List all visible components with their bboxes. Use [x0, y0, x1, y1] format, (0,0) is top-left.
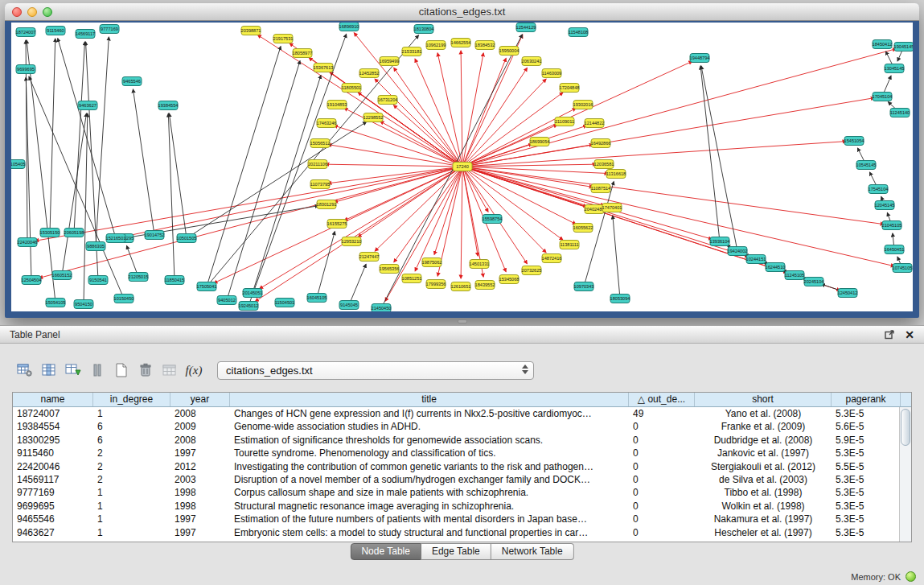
graph-node[interactable]: 18384532 [475, 41, 495, 50]
table-row[interactable]: 946554611997Estimation of the future num… [13, 513, 911, 525]
graph-node[interactable]: 16045105 [307, 294, 327, 303]
graph-node[interactable]: 15216501 [106, 234, 126, 243]
graph-node[interactable]: 18699054 [530, 138, 550, 146]
graph-node[interactable]: 19245012 [239, 302, 259, 311]
graph-node[interactable]: 15451054 [844, 137, 864, 146]
panel-splitter-handle[interactable] [458, 319, 467, 323]
graph-node[interactable]: 11245105 [785, 271, 804, 280]
table-row[interactable]: 977716911998Corpus callosum shape and si… [13, 486, 911, 499]
graph-node[interactable]: 10970343 [574, 282, 594, 291]
graph-node[interactable]: 16896910 [339, 23, 359, 31]
graph-node[interactable]: 21917531 [273, 35, 294, 43]
graph-node[interactable]: 10501505 [177, 234, 197, 243]
graph-node[interactable]: 16731204 [378, 96, 398, 105]
delete-column-icon[interactable] [133, 360, 158, 381]
graph-node[interactable]: 21533181 [402, 47, 422, 56]
graph-node[interactable]: 21205015 [129, 273, 149, 282]
close-button[interactable] [12, 7, 22, 17]
graph-node[interactable]: 20630241 [522, 57, 542, 66]
create-column-icon[interactable] [109, 360, 133, 381]
graph-node[interactable]: 9150541 [88, 276, 108, 285]
graph-node[interactable]: 19424002 [728, 247, 748, 256]
table-row[interactable]: 911546021997Tourette syndrome. Phenomeno… [13, 447, 911, 459]
table-mode-icon[interactable] [13, 360, 37, 381]
function-builder-icon[interactable]: f(x) [182, 360, 206, 381]
zoom-button[interactable] [43, 7, 52, 17]
graph-node[interactable]: 17045104 [873, 93, 893, 101]
graph-node[interactable]: 17545104 [869, 185, 889, 194]
graph-node[interactable]: 12298552 [363, 113, 384, 122]
graph-node[interactable]: 16155275 [327, 220, 347, 229]
graph-node[interactable]: 10962199 [426, 41, 446, 50]
column-visibility-icon[interactable] [37, 360, 61, 381]
graph-node[interactable]: 10150450 [114, 295, 134, 303]
graph-node[interactable]: 15598754 [483, 215, 503, 224]
graph-node[interactable]: 15367613 [314, 64, 334, 72]
graph-node[interactable]: 19302016 [573, 101, 593, 109]
table-row[interactable]: 946362711997Embryonic stem cells: a mode… [13, 526, 911, 539]
graph-node[interactable]: 12045145 [875, 201, 895, 210]
table-selector-dropdown[interactable]: citations_edges.txt [217, 361, 534, 380]
graph-node[interactable]: 12036581 [594, 160, 614, 169]
graph-node[interactable]: 9777169 [100, 25, 119, 34]
graph-node[interactable]: 11316618 [606, 170, 626, 179]
graph-node[interactable]: 15105405 [11, 160, 25, 169]
graph-node[interactable]: 11548108 [569, 28, 588, 37]
graph-node[interactable]: 16450451 [885, 245, 905, 254]
column-header-5[interactable]: short [695, 393, 832, 406]
graph-node[interactable]: 14501331 [470, 260, 490, 269]
graph-node[interactable]: 13045145 [885, 64, 905, 73]
graph-node[interactable]: 19045145 [894, 43, 913, 51]
tab-network-table[interactable]: Network Table [491, 543, 574, 560]
float-panel-icon[interactable] [885, 329, 895, 340]
table-scrollbar[interactable] [899, 407, 911, 542]
graph-node[interactable]: 9465546 [122, 77, 142, 86]
graph-node[interactable]: 12953210 [342, 237, 362, 246]
graph-node[interactable]: 12144822 [585, 119, 605, 128]
graph-node[interactable]: 16244510 [766, 263, 786, 272]
import-table-icon[interactable] [158, 360, 182, 381]
column-header-4[interactable]: △ out_de... [629, 393, 695, 406]
graph-node[interactable]: 18301291 [317, 200, 337, 209]
graph-node[interactable]: 15054105 [46, 299, 66, 307]
graph-node[interactable]: 9405012 [217, 296, 236, 305]
graph-node[interactable]: 13936104 [710, 237, 730, 246]
column-header-2[interactable]: year [170, 393, 230, 406]
graph-node[interactable]: 20398871 [241, 27, 261, 35]
network-canvas[interactable]: 1724012036581110875142040248016055622113… [11, 23, 913, 311]
graph-node[interactable]: 19875062 [422, 258, 442, 267]
graph-node[interactable]: 17204848 [560, 84, 580, 93]
graph-node[interactable]: 15345068 [499, 275, 519, 284]
table-row[interactable]: 1872400712008Changes of HCN gene express… [13, 407, 911, 420]
graph-node[interactable]: 9145045 [339, 301, 359, 310]
graph-node[interactable]: 19014752 [145, 231, 165, 240]
graph-node[interactable]: 14662554 [451, 39, 471, 47]
close-panel-icon[interactable]: ✕ [905, 329, 914, 340]
graph-node[interactable]: 10545145 [856, 161, 877, 170]
graph-node[interactable]: 10244151 [746, 255, 766, 264]
graph-node[interactable]: 12610651 [451, 282, 471, 291]
graph-node[interactable]: 21109011 [555, 117, 574, 126]
graph-node[interactable]: 15950004 [499, 47, 519, 56]
table-row[interactable]: 2242004622012Investigating the contribut… [13, 460, 911, 473]
graph-node[interactable]: 17470401 [602, 204, 622, 212]
graph-node[interactable]: 11245140 [890, 109, 910, 117]
graph-node[interactable]: 20145051 [243, 289, 263, 298]
column-header-6[interactable]: pagerank [832, 393, 901, 406]
graph-node[interactable]: 16055622 [573, 224, 593, 233]
graph-node[interactable]: 21247447 [359, 253, 380, 262]
column-header-0[interactable]: name [13, 393, 93, 406]
tab-node-table[interactable]: Node Table [350, 543, 421, 560]
table-row[interactable]: 1830029562008Estimation of significance … [13, 434, 911, 447]
graph-node[interactable]: 20211106 [308, 160, 327, 169]
graph-node[interactable]: 9463627 [78, 101, 97, 110]
graph-node[interactable]: 18058977 [293, 49, 313, 58]
graph-node[interactable]: 18130804 [414, 25, 434, 34]
graph-node[interactable]: 21450450 [372, 304, 392, 312]
graph-node[interactable]: 10745105 [893, 264, 913, 273]
graph-node[interactable]: 11073795 [310, 180, 330, 189]
column-header-1[interactable]: in_degree [93, 393, 170, 406]
graph-node[interactable]: 18053094 [610, 295, 630, 303]
table-row[interactable]: 1938455462009Genome-wide association stu… [13, 420, 911, 433]
graph-node[interactable]: 17240 [453, 163, 472, 171]
